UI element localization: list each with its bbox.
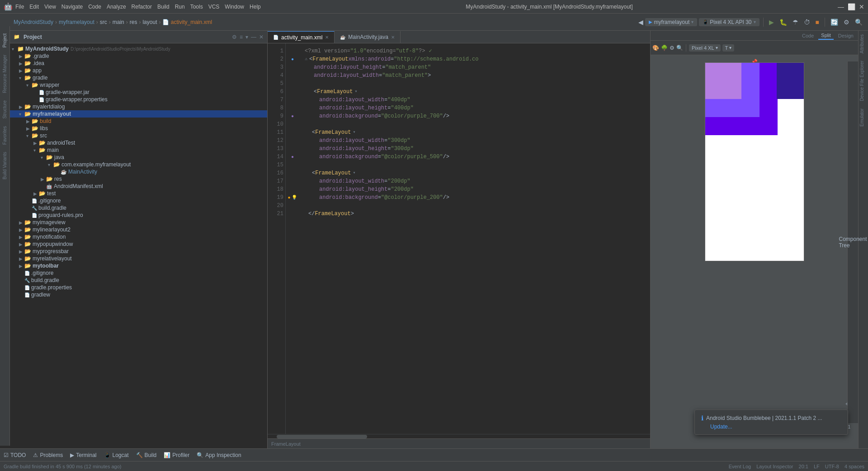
breadcrumb-main[interactable]: main	[113, 19, 124, 25]
run-config-selector[interactable]: ▶ myframelayout ▾	[645, 18, 698, 26]
tab-build[interactable]: 🔨 Build	[136, 452, 157, 458]
menu-navigate[interactable]: Navigate	[61, 4, 83, 10]
tree-androidmanifest[interactable]: ▶ 🤖 AndroidManifest.xml	[10, 183, 267, 190]
tree-proguard[interactable]: ▶ 📄 proguard-rules.pro	[10, 212, 267, 219]
tab-profiler[interactable]: 📊 Profiler	[164, 452, 189, 458]
menu-refactor[interactable]: Refactor	[132, 4, 152, 10]
breadcrumb-project[interactable]: MyAndroidStudy	[14, 19, 53, 25]
breadcrumb-res[interactable]: res	[130, 19, 137, 25]
tree-gradle-properties[interactable]: ▶ 📄 gradle.properties	[10, 284, 267, 291]
breadcrumb-layout[interactable]: layout	[142, 19, 157, 25]
breadcrumb-module[interactable]: myframelayout	[59, 19, 94, 25]
tree-mypopupwindow[interactable]: ▶ 📂 mypopupwindow	[10, 240, 267, 248]
menu-tools[interactable]: Tools	[190, 4, 203, 10]
device-file-explorer-tab[interactable]: Device File Explorer	[859, 57, 868, 104]
tab-todo[interactable]: ☑ TODO	[4, 452, 26, 458]
tree-myprogressbar[interactable]: ▶ 📂 myprogressbar	[10, 248, 267, 255]
design-view-tab[interactable]: Design	[835, 32, 856, 39]
tree-myimageview[interactable]: ▶ 📂 myimageview	[10, 219, 267, 226]
tab-problems[interactable]: ⚠ Problems	[33, 452, 63, 458]
tree-mytoolbar[interactable]: ▶ 📂 mytoolbar	[10, 262, 267, 269]
coverage-button[interactable]: ☂	[791, 18, 800, 27]
update-link[interactable]: Update...	[710, 424, 732, 430]
tree-gradle-props[interactable]: ▶ 📄 gradle-wrapper.properties	[10, 96, 267, 103]
menu-window[interactable]: Window	[225, 4, 244, 10]
tree-main[interactable]: ▾ 📂 main	[10, 146, 267, 154]
settings-button[interactable]: ⚙	[842, 18, 851, 27]
menu-file[interactable]: File	[15, 4, 24, 10]
maximize-button[interactable]: ⬜	[848, 3, 855, 10]
tree-src[interactable]: ▾ 📂 src	[10, 132, 267, 139]
design-canvas[interactable]: 📌 ✏ + − 1:1	[651, 55, 858, 448]
design-settings-btn[interactable]: ⚙	[670, 45, 675, 51]
tree-res[interactable]: ▶ 📂 res	[10, 175, 267, 183]
code-content[interactable]: <?xml version="1.0" encoding="utf-8"?> ✓…	[299, 43, 650, 434]
sync-button[interactable]: 🔄	[829, 18, 840, 27]
event-log-link[interactable]: Event Log	[729, 464, 751, 469]
menu-help[interactable]: Help	[250, 4, 261, 10]
stop-button[interactable]: ■	[814, 18, 821, 27]
tree-myalertdialog[interactable]: ▶ 📂 myalertdialog	[10, 103, 267, 110]
tree-myframelayout[interactable]: ▾ 📂 myframelayout	[10, 110, 267, 118]
tab-resource-manager[interactable]: Resource Manager	[1, 51, 8, 97]
tree-gradlew[interactable]: ▶ 📄 gradlew	[10, 291, 267, 298]
menu-bar[interactable]: File Edit View Navigate Code Analyze Ref…	[15, 4, 261, 10]
tree-com-example[interactable]: ▾ 📂 com.example.myframelayout	[10, 161, 267, 168]
debug-button[interactable]: 🐛	[778, 18, 789, 27]
tree-mainactivity[interactable]: ▶ ☕ MainActivity	[10, 168, 267, 175]
breadcrumb-file[interactable]: 📄 activity_main.xml	[162, 19, 212, 25]
tree-idea[interactable]: ▶ 📂 .idea	[10, 60, 267, 67]
tree-mylinearlayout2[interactable]: ▶ 📂 mylinearlayout2	[10, 226, 267, 233]
project-close-icon[interactable]: —	[251, 34, 256, 40]
tree-androidtest[interactable]: ▶ 📂 androidTest	[10, 139, 267, 146]
tree-java[interactable]: ▾ 📂 java	[10, 154, 267, 161]
tree-test[interactable]: ▶ 📂 test	[10, 190, 267, 197]
back-navigation-icon[interactable]: ◀	[638, 19, 643, 26]
menu-run[interactable]: Run	[175, 4, 185, 10]
tree-build[interactable]: ▶ 📂 build	[10, 118, 267, 125]
device-selector[interactable]: 📱 Pixel 4 XL API 30 ▾	[699, 18, 759, 26]
design-refresh-btn[interactable]: 🔍	[676, 45, 683, 51]
menu-vcs[interactable]: VCS	[208, 4, 220, 10]
run-button[interactable]: ▶	[767, 18, 776, 27]
minimize-button[interactable]: —	[838, 3, 844, 10]
tab-activity-main-xml[interactable]: 📄 activity_main.xml ✕	[268, 31, 335, 43]
menu-edit[interactable]: Edit	[29, 4, 39, 10]
tree-myrelativelayout[interactable]: ▶ 📂 myrelativelayout	[10, 255, 267, 262]
menu-build[interactable]: Build	[157, 4, 170, 10]
project-settings-icon[interactable]: ⚙	[232, 34, 237, 40]
tab-structure[interactable]: Structure	[1, 97, 8, 122]
tree-gradle-jar[interactable]: ▶ 📄 gradle-wrapper.jar	[10, 89, 267, 96]
tree-wrapper[interactable]: ▾ 📂 wrapper	[10, 81, 267, 89]
project-minimize-icon[interactable]: ✕	[259, 34, 264, 40]
project-panel-actions[interactable]: ⚙ ≡ ▾ — ✕	[232, 34, 264, 40]
profile-button[interactable]: ⏱	[802, 18, 812, 27]
component-tree-panel[interactable]: Component Tree	[847, 61, 858, 423]
close-button[interactable]: ✕	[859, 3, 864, 10]
palette-icon[interactable]: 🎨	[652, 45, 659, 51]
tab-app-inspection[interactable]: 🔍 App Inspection	[197, 452, 241, 458]
project-gear-icon[interactable]: ▾	[245, 34, 248, 40]
search-everywhere-button[interactable]: 🔍	[853, 18, 864, 27]
tree-libs[interactable]: ▶ 📂 libs	[10, 125, 267, 132]
project-collapse-icon[interactable]: ≡	[240, 34, 243, 40]
theme-selector[interactable]: T ▾	[722, 44, 735, 52]
tree-gradle-dir[interactable]: ▾ 📂 gradle	[10, 74, 267, 81]
code-editor[interactable]: 1 2 3 4 5 6 7 8 9 10 11 12 13 14 15 16 1…	[268, 43, 650, 434]
editor-scrollbar[interactable]	[268, 434, 650, 438]
menu-view[interactable]: View	[44, 4, 56, 10]
tree-gradle[interactable]: ▶ 📂 .gradle	[10, 52, 267, 60]
tree-root[interactable]: ▾ 📁 MyAndroidStudy D:\project\AndroidStu…	[10, 45, 267, 52]
window-controls[interactable]: — ⬜ ✕	[838, 3, 864, 10]
menu-code[interactable]: Code	[88, 4, 101, 10]
tree-mynotification[interactable]: ▶ 📂 mynotification	[10, 233, 267, 240]
menu-analyze[interactable]: Analyze	[107, 4, 126, 10]
tree-build-gradle-root[interactable]: ▶ 🔧 build.gradle	[10, 277, 267, 284]
tab-terminal[interactable]: ▶ Terminal	[70, 452, 96, 458]
tab-close-mainactivity[interactable]: ✕	[391, 35, 395, 40]
tab-mainactivity-java[interactable]: ☕ MainActivity.java ✕	[335, 31, 400, 43]
scrollbar-thumb[interactable]	[277, 435, 367, 438]
tab-logcat[interactable]: 📱 Logcat	[104, 452, 129, 458]
tab-close-activity-main[interactable]: ✕	[325, 35, 329, 40]
tree-app[interactable]: ▶ 📂 app	[10, 67, 267, 74]
